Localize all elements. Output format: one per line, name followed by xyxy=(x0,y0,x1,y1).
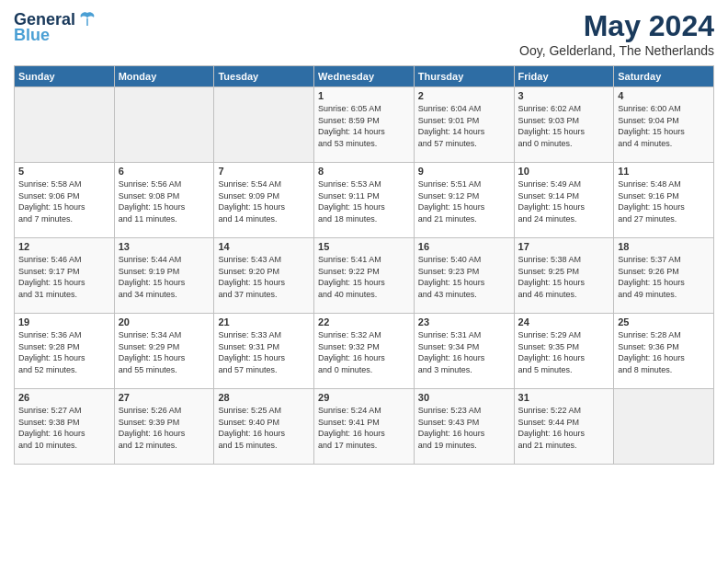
day-number: 18 xyxy=(618,241,710,252)
day-cell: 12Sunrise: 5:46 AM Sunset: 9:17 PM Dayli… xyxy=(15,238,115,314)
header-cell-thursday: Thursday xyxy=(414,66,514,87)
day-info: Sunrise: 5:25 AM Sunset: 9:40 PM Dayligh… xyxy=(218,405,310,451)
day-number: 30 xyxy=(418,392,510,403)
day-info: Sunrise: 5:26 AM Sunset: 9:39 PM Dayligh… xyxy=(119,405,210,451)
day-info: Sunrise: 5:22 AM Sunset: 9:44 PM Dayligh… xyxy=(518,405,610,451)
day-info: Sunrise: 5:49 AM Sunset: 9:14 PM Dayligh… xyxy=(518,178,610,224)
day-info: Sunrise: 6:00 AM Sunset: 9:04 PM Dayligh… xyxy=(618,103,710,149)
day-cell: 15Sunrise: 5:41 AM Sunset: 9:22 PM Dayli… xyxy=(314,238,415,314)
logo-bird-icon xyxy=(77,9,97,29)
logo: General Blue xyxy=(14,9,97,45)
day-cell: 2Sunrise: 6:04 AM Sunset: 9:01 PM Daylig… xyxy=(414,87,514,163)
logo-blue-text: Blue xyxy=(14,26,50,45)
day-number: 12 xyxy=(18,241,110,252)
day-info: Sunrise: 5:36 AM Sunset: 9:28 PM Dayligh… xyxy=(18,329,110,375)
day-cell: 25Sunrise: 5:28 AM Sunset: 9:36 PM Dayli… xyxy=(614,314,714,389)
day-info: Sunrise: 5:33 AM Sunset: 9:31 PM Dayligh… xyxy=(218,329,310,375)
day-cell: 23Sunrise: 5:31 AM Sunset: 9:34 PM Dayli… xyxy=(414,314,514,389)
day-number: 19 xyxy=(18,316,110,327)
header-cell-wednesday: Wednesday xyxy=(314,66,415,87)
day-number: 4 xyxy=(618,90,710,101)
day-cell: 22Sunrise: 5:32 AM Sunset: 9:32 PM Dayli… xyxy=(314,314,415,389)
day-number: 23 xyxy=(418,316,510,327)
day-info: Sunrise: 5:41 AM Sunset: 9:22 PM Dayligh… xyxy=(318,254,410,300)
day-cell: 4Sunrise: 6:00 AM Sunset: 9:04 PM Daylig… xyxy=(614,87,714,163)
week-row-3: 12Sunrise: 5:46 AM Sunset: 9:17 PM Dayli… xyxy=(15,238,714,314)
day-cell: 17Sunrise: 5:38 AM Sunset: 9:25 PM Dayli… xyxy=(514,238,614,314)
location: Ooy, Gelderland, The Netherlands xyxy=(519,43,714,58)
day-cell: 5Sunrise: 5:58 AM Sunset: 9:06 PM Daylig… xyxy=(15,163,115,238)
week-row-2: 5Sunrise: 5:58 AM Sunset: 9:06 PM Daylig… xyxy=(15,163,714,238)
day-cell: 21Sunrise: 5:33 AM Sunset: 9:31 PM Dayli… xyxy=(214,314,314,389)
day-number: 29 xyxy=(318,392,410,403)
day-cell xyxy=(114,87,214,163)
day-cell: 11Sunrise: 5:48 AM Sunset: 9:16 PM Dayli… xyxy=(614,163,714,238)
day-info: Sunrise: 5:29 AM Sunset: 9:35 PM Dayligh… xyxy=(518,329,610,375)
day-number: 5 xyxy=(18,166,110,177)
day-info: Sunrise: 5:37 AM Sunset: 9:26 PM Dayligh… xyxy=(618,254,710,300)
day-cell: 27Sunrise: 5:26 AM Sunset: 9:39 PM Dayli… xyxy=(114,389,214,465)
day-cell: 24Sunrise: 5:29 AM Sunset: 9:35 PM Dayli… xyxy=(514,314,614,389)
week-row-1: 1Sunrise: 6:05 AM Sunset: 8:59 PM Daylig… xyxy=(15,87,714,163)
day-number: 31 xyxy=(518,392,610,403)
day-info: Sunrise: 5:44 AM Sunset: 9:19 PM Dayligh… xyxy=(119,254,210,300)
day-cell: 1Sunrise: 6:05 AM Sunset: 8:59 PM Daylig… xyxy=(314,87,415,163)
day-cell: 20Sunrise: 5:34 AM Sunset: 9:29 PM Dayli… xyxy=(114,314,214,389)
day-info: Sunrise: 5:40 AM Sunset: 9:23 PM Dayligh… xyxy=(418,254,510,300)
day-cell: 28Sunrise: 5:25 AM Sunset: 9:40 PM Dayli… xyxy=(214,389,314,465)
day-cell: 30Sunrise: 5:23 AM Sunset: 9:43 PM Dayli… xyxy=(414,389,514,465)
header-row: SundayMondayTuesdayWednesdayThursdayFrid… xyxy=(15,66,714,87)
day-info: Sunrise: 5:24 AM Sunset: 9:41 PM Dayligh… xyxy=(318,405,410,451)
day-info: Sunrise: 5:54 AM Sunset: 9:09 PM Dayligh… xyxy=(218,178,310,224)
day-info: Sunrise: 5:28 AM Sunset: 9:36 PM Dayligh… xyxy=(618,329,710,375)
day-info: Sunrise: 6:02 AM Sunset: 9:03 PM Dayligh… xyxy=(518,103,610,149)
week-row-4: 19Sunrise: 5:36 AM Sunset: 9:28 PM Dayli… xyxy=(15,314,714,389)
day-number: 22 xyxy=(318,316,410,327)
day-number: 28 xyxy=(218,392,310,403)
day-number: 27 xyxy=(119,392,210,403)
day-cell: 19Sunrise: 5:36 AM Sunset: 9:28 PM Dayli… xyxy=(15,314,115,389)
day-number: 16 xyxy=(418,241,510,252)
day-number: 14 xyxy=(218,241,310,252)
day-cell: 14Sunrise: 5:43 AM Sunset: 9:20 PM Dayli… xyxy=(214,238,314,314)
calendar-table: SundayMondayTuesdayWednesdayThursdayFrid… xyxy=(14,65,714,465)
day-number: 21 xyxy=(218,316,310,327)
day-number: 6 xyxy=(119,166,210,177)
day-info: Sunrise: 5:23 AM Sunset: 9:43 PM Dayligh… xyxy=(418,405,510,451)
day-number: 1 xyxy=(318,90,410,101)
header-cell-friday: Friday xyxy=(514,66,614,87)
day-info: Sunrise: 5:27 AM Sunset: 9:38 PM Dayligh… xyxy=(18,405,110,451)
header-cell-sunday: Sunday xyxy=(15,66,115,87)
day-number: 15 xyxy=(318,241,410,252)
day-number: 3 xyxy=(518,90,610,101)
day-number: 13 xyxy=(119,241,210,252)
day-cell: 8Sunrise: 5:53 AM Sunset: 9:11 PM Daylig… xyxy=(314,163,415,238)
day-info: Sunrise: 6:05 AM Sunset: 8:59 PM Dayligh… xyxy=(318,103,410,149)
day-info: Sunrise: 5:46 AM Sunset: 9:17 PM Dayligh… xyxy=(18,254,110,300)
day-cell: 9Sunrise: 5:51 AM Sunset: 9:12 PM Daylig… xyxy=(414,163,514,238)
day-cell: 13Sunrise: 5:44 AM Sunset: 9:19 PM Dayli… xyxy=(114,238,214,314)
day-info: Sunrise: 5:48 AM Sunset: 9:16 PM Dayligh… xyxy=(618,178,710,224)
day-number: 17 xyxy=(518,241,610,252)
day-info: Sunrise: 6:04 AM Sunset: 9:01 PM Dayligh… xyxy=(418,103,510,149)
day-cell xyxy=(614,389,714,465)
day-cell: 26Sunrise: 5:27 AM Sunset: 9:38 PM Dayli… xyxy=(15,389,115,465)
day-number: 24 xyxy=(518,316,610,327)
month-title: May 2024 xyxy=(519,9,714,43)
day-info: Sunrise: 5:43 AM Sunset: 9:20 PM Dayligh… xyxy=(218,254,310,300)
day-info: Sunrise: 5:51 AM Sunset: 9:12 PM Dayligh… xyxy=(418,178,510,224)
day-info: Sunrise: 5:32 AM Sunset: 9:32 PM Dayligh… xyxy=(318,329,410,375)
day-cell: 10Sunrise: 5:49 AM Sunset: 9:14 PM Dayli… xyxy=(514,163,614,238)
day-number: 11 xyxy=(618,166,710,177)
day-number: 10 xyxy=(518,166,610,177)
day-number: 20 xyxy=(119,316,210,327)
day-cell: 16Sunrise: 5:40 AM Sunset: 9:23 PM Dayli… xyxy=(414,238,514,314)
day-cell: 3Sunrise: 6:02 AM Sunset: 9:03 PM Daylig… xyxy=(514,87,614,163)
day-number: 7 xyxy=(218,166,310,177)
day-info: Sunrise: 5:34 AM Sunset: 9:29 PM Dayligh… xyxy=(119,329,210,375)
day-info: Sunrise: 5:31 AM Sunset: 9:34 PM Dayligh… xyxy=(418,329,510,375)
day-cell xyxy=(15,87,115,163)
day-number: 9 xyxy=(418,166,510,177)
header-cell-saturday: Saturday xyxy=(614,66,714,87)
day-number: 26 xyxy=(18,392,110,403)
